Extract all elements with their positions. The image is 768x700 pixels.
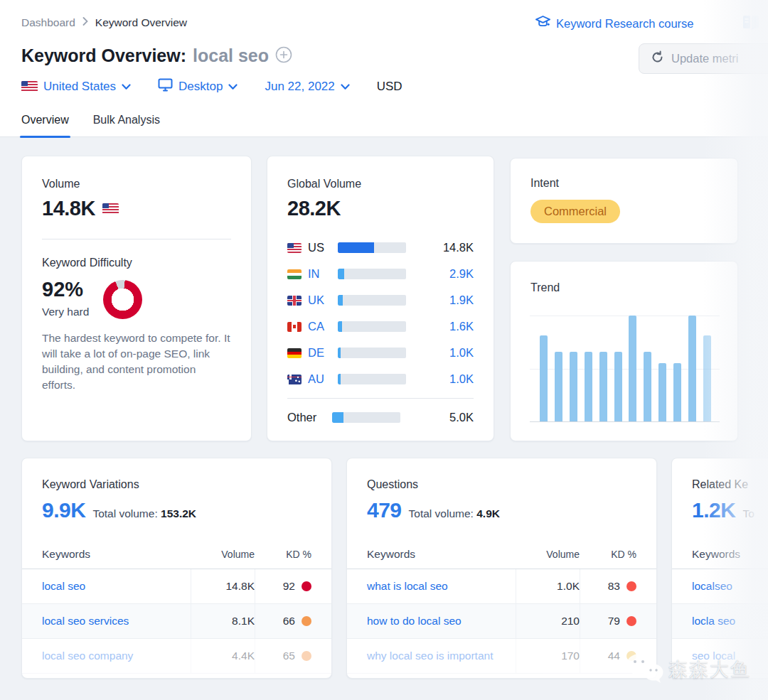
trend-bar <box>570 352 577 421</box>
watermark-text: 森森大鱼 <box>668 657 751 682</box>
date-selector-label: Jun 22, 2022 <box>265 80 334 94</box>
country-code-link[interactable]: DE <box>308 346 338 360</box>
country-selector[interactable]: United States <box>21 80 131 94</box>
page-title-prefix: Keyword Overview: <box>21 45 186 66</box>
country-volume-bar-fill <box>338 348 341 358</box>
breadcrumb-dashboard[interactable]: Dashboard <box>21 16 75 29</box>
questions-count: 479 <box>367 498 402 522</box>
country-code-link[interactable]: CA <box>308 320 338 333</box>
volume-cell: 8.1K <box>191 604 255 638</box>
keyword-link[interactable]: what is local seo <box>367 569 516 603</box>
variations-title: Keyword Variations <box>42 478 311 491</box>
kd-dot <box>302 581 311 591</box>
keyword-link[interactable]: local seo company <box>42 639 191 673</box>
keyword-link[interactable]: local seo <box>42 569 191 603</box>
page-title: Keyword Overview: local seo <box>21 44 292 68</box>
trend-bar <box>688 316 696 421</box>
questions-table: Keywords Volume KD % what is local seo 1… <box>347 539 656 674</box>
trend-bar <box>585 352 592 421</box>
trend-bars <box>540 316 711 421</box>
country-volume-link[interactable]: 1.6K <box>406 320 474 333</box>
india-flag-icon <box>287 269 302 279</box>
kd-description: The hardest keyword to compete for. It w… <box>42 330 231 393</box>
trend-bar <box>540 335 548 421</box>
intent-card: Intent Commercial <box>510 158 738 244</box>
total-volume-value: 4.9K <box>476 507 500 519</box>
refresh-icon <box>651 50 664 67</box>
keyword-link[interactable]: locla seo <box>692 604 768 638</box>
device-selector-label: Desktop <box>178 80 223 94</box>
intent-badge[interactable]: Commercial <box>530 200 620 223</box>
country-code-link[interactable]: UK <box>308 294 338 307</box>
update-metrics-button[interactable]: Update metri <box>639 43 768 74</box>
us-flag-icon <box>287 243 302 253</box>
header: Dashboard Keyword Overview Keyword Resea… <box>0 0 768 137</box>
kd-cell: 66 <box>255 604 311 638</box>
other-label: Other <box>287 411 332 424</box>
country-selector-label: United States <box>43 80 116 94</box>
kd-dot <box>626 616 636 626</box>
tab-bulk-analysis[interactable]: Bulk Analysis <box>93 114 160 136</box>
country-volume-bar <box>332 412 400 423</box>
card-divider <box>42 239 231 239</box>
country-code-link[interactable]: IN <box>308 267 338 281</box>
total-volume-label: To <box>742 507 754 519</box>
kd-value: 44 <box>608 650 620 662</box>
country-row-uk: UK 1.9K <box>287 287 474 313</box>
country-volume-bar-fill <box>338 374 341 384</box>
trend-bar <box>629 316 636 421</box>
table-row: locla seo <box>672 604 768 639</box>
total-volume-value: 153.2K <box>161 507 196 519</box>
country-volume-link[interactable]: 1.0K <box>406 372 474 386</box>
trend-title: Trend <box>530 281 718 294</box>
related-keywords-card: Related Ke 1.2K To Keywords localseo loc… <box>671 458 768 679</box>
country-code-link[interactable]: AU <box>308 372 338 386</box>
keyword-link[interactable]: why local seo is important <box>367 639 516 673</box>
kd-value: 92 <box>283 580 295 593</box>
keyword-research-course-link[interactable]: Keyword Research course <box>535 16 694 32</box>
country-volume-bar-fill <box>332 412 343 423</box>
table-header: Keywords Volume KD % <box>22 539 331 569</box>
variations-table: Keywords Volume KD % local seo 14.8K 92 … <box>22 539 331 674</box>
date-selector[interactable]: Jun 22, 2022 <box>265 80 349 94</box>
table-header: Keywords <box>672 539 768 569</box>
global-volume-card: Global Volume 28.2K US 14.8K IN 2.9K UK <box>267 156 494 441</box>
keyword-link[interactable]: how to do local seo <box>367 604 516 638</box>
table-row: why local seo is important 170 44 <box>347 639 656 674</box>
table-row: how to do local seo 210 79 <box>347 604 656 639</box>
keyword-link[interactable]: local seo services <box>42 604 191 638</box>
kd-value: 79 <box>608 615 620 628</box>
country-volume-link[interactable]: 1.0K <box>406 346 474 360</box>
country-volume-link[interactable]: 2.9K <box>406 267 474 281</box>
chevron-down-icon <box>122 80 131 94</box>
questions-title: Questions <box>367 478 636 491</box>
germany-flag-icon <box>287 348 302 358</box>
page-title-keyword: local seo <box>193 45 269 66</box>
country-row-ca: CA 1.6K <box>287 313 474 340</box>
country-volume-bar-fill <box>338 321 342 332</box>
manual-book-icon[interactable] <box>742 14 760 34</box>
keyword-difficulty-title: Keyword Difficulty <box>42 257 231 269</box>
col-keywords: Keywords <box>367 548 516 561</box>
country-volume-link[interactable]: 1.9K <box>406 294 474 307</box>
kd-label: Very hard <box>42 306 89 318</box>
keyword-link[interactable]: localseo <box>692 569 768 603</box>
trend-bar <box>599 352 607 421</box>
col-volume: Volume <box>516 549 580 560</box>
device-selector[interactable]: Desktop <box>158 78 238 95</box>
tab-overview[interactable]: Overview <box>21 114 69 136</box>
chevron-down-icon <box>228 80 238 94</box>
add-keyword-icon[interactable] <box>275 46 292 68</box>
country-row-us: US 14.8K <box>287 235 474 261</box>
volume-cell: 170 <box>516 639 580 673</box>
kd-value: 65 <box>283 650 295 662</box>
other-divider <box>287 398 474 399</box>
breadcrumb-current: Keyword Overview <box>95 16 187 29</box>
country-volume-bar-fill <box>338 295 343 306</box>
table-row: what is local seo 1.0K 83 <box>347 569 656 604</box>
kd-cell: 83 <box>580 569 636 603</box>
update-metrics-label: Update metri <box>671 52 738 65</box>
country-volume-value: 14.8K <box>406 241 474 254</box>
volume-cell: 210 <box>516 604 580 638</box>
volume-cell: 4.4K <box>191 639 255 673</box>
